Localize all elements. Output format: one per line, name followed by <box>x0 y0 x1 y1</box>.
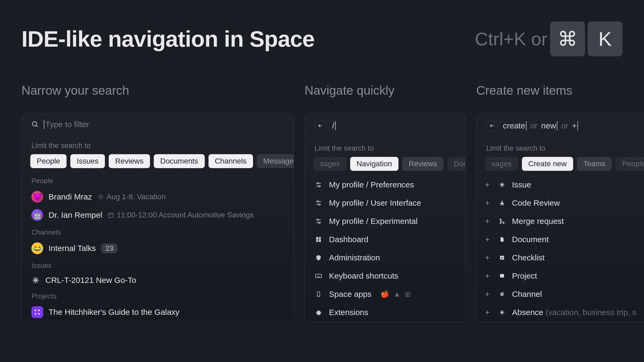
page-title: IDE-like navigation in Space <box>21 26 314 52</box>
chip-create-new[interactable]: Create new <box>522 157 573 171</box>
create-item[interactable]: + Document <box>477 230 644 249</box>
phone-icon <box>314 290 323 298</box>
check-icon <box>498 254 506 262</box>
chip-navigation[interactable]: Navigation <box>350 157 398 171</box>
nav-item[interactable]: My profile / Experimental <box>305 212 465 230</box>
person-name: Brandi Mraz <box>49 192 92 201</box>
svg-line-7 <box>99 195 99 195</box>
chip-overflow[interactable]: sages <box>313 157 346 171</box>
svg-rect-40 <box>316 274 321 278</box>
create-label: Code Review <box>512 198 560 208</box>
nav-label: Dashboard <box>329 235 368 244</box>
chip-messages[interactable]: Messages <box>257 154 294 168</box>
create-item[interactable]: + Absence (vacation, business trip, s <box>477 303 644 322</box>
svg-point-19 <box>35 310 36 311</box>
sliders-icon <box>314 199 323 207</box>
channel-row[interactable]: 😂 Internal Talks 23 <box>22 239 294 257</box>
avatar: 🤖 <box>31 209 43 221</box>
create-label: Checklist <box>512 253 545 262</box>
plus-icon: + <box>485 217 492 226</box>
svg-line-10 <box>102 195 103 195</box>
cmd-key: ⌘ <box>550 21 585 56</box>
create-label: Project <box>512 271 537 280</box>
svg-point-27 <box>319 186 320 187</box>
narrow-heading: Narrow your search <box>21 83 294 98</box>
plus-icon: + <box>485 199 492 207</box>
create-heading: Create new items <box>476 83 644 98</box>
project-row[interactable]: The Hitchhiker's Guide to the Galaxy <box>22 303 294 321</box>
svg-point-0 <box>32 122 37 126</box>
svg-point-21 <box>35 313 36 315</box>
svg-line-67 <box>500 311 501 311</box>
person-row[interactable]: 🤖 Dr. Ian Rempel 11:00-12:00 Account Aut… <box>22 206 294 224</box>
create-item[interactable]: + Channel <box>477 285 644 303</box>
svg-line-61 <box>503 292 503 296</box>
nav-item[interactable]: Administration <box>305 249 465 267</box>
person-detail: Aug 1-8, Vacation <box>107 193 166 201</box>
back-button[interactable] <box>314 120 326 132</box>
svg-point-30 <box>317 201 318 202</box>
nav-item[interactable]: My profile / User Interface <box>305 194 465 212</box>
svg-line-8 <box>102 198 103 199</box>
limit-label: Limit the search to <box>305 138 465 157</box>
chip-people[interactable]: People <box>616 157 644 171</box>
svg-line-1 <box>36 125 38 127</box>
limit-label: Limit the search to <box>477 138 644 157</box>
plus-icon: + <box>485 235 492 244</box>
book-icon <box>498 272 506 280</box>
search-input[interactable]: Type to filter <box>44 120 89 129</box>
nav-item[interactable]: Dashboard <box>305 230 465 249</box>
avatar: 😂 <box>31 242 43 254</box>
chip-people[interactable]: People <box>30 154 67 168</box>
nav-label: My profile / User Interface <box>329 198 421 208</box>
issue-row[interactable]: CRL-T-20121 New Go-To <box>22 272 294 288</box>
create-label: Merge request <box>512 217 564 226</box>
chip-reviews[interactable]: Reviews <box>109 154 150 168</box>
chip-reviews[interactable]: Reviews <box>402 157 444 171</box>
chip-overflow[interactable]: sages <box>485 157 518 171</box>
android-icon: ▲ <box>393 290 400 298</box>
svg-line-70 <box>503 311 504 311</box>
nav-item[interactable]: My profile / Preferences <box>305 176 465 194</box>
prefix-input[interactable]: / <box>331 121 336 130</box>
chip-documents[interactable]: Documents <box>154 154 205 168</box>
group-people: People <box>22 173 294 188</box>
limit-label: Limit the search to <box>22 136 294 154</box>
back-button[interactable] <box>486 120 498 132</box>
keyboard-icon <box>314 272 323 280</box>
svg-line-68 <box>503 314 504 314</box>
group-channels: Channels <box>22 224 294 239</box>
chip-issues[interactable]: Issues <box>70 154 105 168</box>
svg-point-54 <box>500 219 501 220</box>
create-item[interactable]: + Checklist <box>477 249 644 267</box>
create-item[interactable]: + Merge request <box>477 212 644 230</box>
nav-item[interactable]: Extensions <box>305 303 465 322</box>
sun-icon <box>498 308 506 316</box>
chip-documents[interactable]: Docume <box>447 157 465 171</box>
chip-channels[interactable]: Channels <box>208 154 253 168</box>
chip-teams[interactable]: Teams <box>577 157 612 171</box>
nav-label: Administration <box>329 253 380 262</box>
person-row[interactable]: 😈 Brandi Mraz Aug 1-8, Vacation <box>22 188 294 206</box>
svg-rect-11 <box>108 213 113 217</box>
nav-label: My profile / Experimental <box>329 217 418 226</box>
hash-icon <box>498 290 506 298</box>
project-avatar <box>31 306 43 318</box>
doc-icon <box>498 235 506 243</box>
stamp-icon <box>498 199 506 207</box>
create-item[interactable]: + Code Review <box>477 194 644 212</box>
issue-name: CRL-T-20121 New Go-To <box>45 276 136 285</box>
create-input[interactable]: create or new or + <box>503 121 578 130</box>
svg-line-69 <box>500 314 501 314</box>
shortcut-text: Ctrl+K or <box>475 28 547 49</box>
svg-point-56 <box>503 222 504 224</box>
nav-item[interactable]: Space apps 🍎 ▲ ⊞ <box>305 285 465 303</box>
sparkle-icon <box>498 181 506 189</box>
create-item[interactable]: + Issue <box>477 176 644 194</box>
nav-item[interactable]: Keyboard shortcuts <box>305 267 465 285</box>
apple-icon: 🍎 <box>380 290 389 298</box>
create-label: Channel <box>512 290 542 299</box>
sliders-icon <box>314 181 323 189</box>
create-item[interactable]: + Project <box>477 267 644 285</box>
k-key: K <box>588 21 623 56</box>
